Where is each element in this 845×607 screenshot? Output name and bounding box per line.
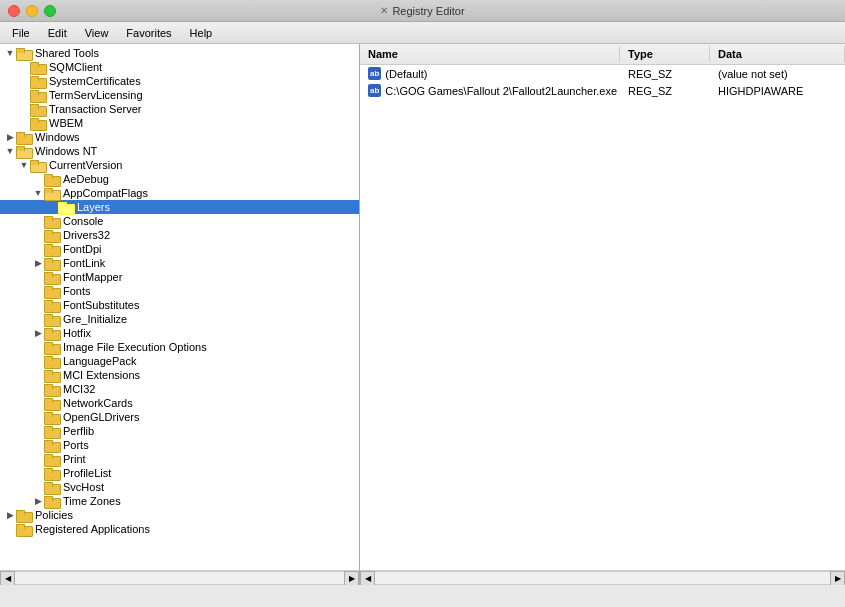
col-header-data: Data: [710, 46, 845, 62]
tree-expand-appcompatflags[interactable]: ▼: [32, 187, 44, 199]
tree-node-registered-apps[interactable]: Registered Applications: [0, 522, 359, 536]
title-x-icon: ✕: [380, 5, 388, 16]
tree-expand-policies[interactable]: ▶: [4, 509, 16, 521]
tree-node-fontmapper[interactable]: FontMapper: [0, 270, 359, 284]
tree-node-transaction[interactable]: Transaction Server: [0, 102, 359, 116]
tree-hscroll[interactable]: ◀ ▶: [0, 570, 359, 585]
tree-node-ports[interactable]: Ports: [0, 438, 359, 452]
tree-node-sqmclient[interactable]: SQMClient: [0, 60, 359, 74]
tree-node-timezones[interactable]: ▶Time Zones: [0, 494, 359, 508]
tree-node-layers[interactable]: Layers: [0, 200, 359, 214]
tree-label-image-file: Image File Execution Options: [63, 341, 207, 353]
tree-node-fontsubstitutes[interactable]: FontSubstitutes: [0, 298, 359, 312]
folder-icon-policies: [16, 509, 32, 521]
data-cell-data-0: (value not set): [710, 67, 845, 81]
tree-node-termserv[interactable]: TermServLicensing: [0, 88, 359, 102]
data-hscroll[interactable]: ◀ ▶: [360, 570, 845, 585]
tree-node-fonts[interactable]: Fonts: [0, 284, 359, 298]
tree-node-currentversion[interactable]: ▼CurrentVersion: [0, 158, 359, 172]
tree-label-profilelist: ProfileList: [63, 467, 111, 479]
menu-view[interactable]: View: [77, 25, 117, 41]
hscroll-track[interactable]: [15, 571, 344, 585]
folder-icon-systemcerts: [30, 75, 46, 87]
tree-expand-timezones[interactable]: ▶: [32, 495, 44, 507]
tree-node-systemcerts[interactable]: SystemCertificates: [0, 74, 359, 88]
data-row-0[interactable]: ab(Default)REG_SZ(value not set): [360, 65, 845, 82]
tree-node-gre-initialize[interactable]: Gre_Initialize: [0, 312, 359, 326]
tree-node-windows-nt[interactable]: ▼Windows NT: [0, 144, 359, 158]
minimize-button[interactable]: [26, 5, 38, 17]
folder-icon-registered-apps: [16, 523, 32, 535]
folder-icon-fonts: [44, 285, 60, 297]
folder-icon-currentversion: [30, 159, 46, 171]
tree-node-opengl[interactable]: OpenGLDrivers: [0, 410, 359, 424]
hscroll-right-arrow[interactable]: ▶: [344, 571, 359, 586]
data-row-1[interactable]: abC:\GOG Games\Fallout 2\Fallout2Launche…: [360, 82, 845, 99]
folder-icon-shared-tools: [16, 47, 32, 59]
data-hscroll-right[interactable]: ▶: [830, 571, 845, 586]
tree-node-windows[interactable]: ▶Windows: [0, 130, 359, 144]
tree-node-perflib[interactable]: Perflib: [0, 424, 359, 438]
tree-label-wbem: WBEM: [49, 117, 83, 129]
folder-icon-gre-initialize: [44, 313, 60, 325]
menu-edit[interactable]: Edit: [40, 25, 75, 41]
tree-node-console[interactable]: Console: [0, 214, 359, 228]
folder-icon-fontdpi: [44, 243, 60, 255]
tree-label-console: Console: [63, 215, 103, 227]
data-scroll[interactable]: ab(Default)REG_SZ(value not set)abC:\GOG…: [360, 65, 845, 570]
tree-label-languagepack: LanguagePack: [63, 355, 136, 367]
tree-node-languagepack[interactable]: LanguagePack: [0, 354, 359, 368]
tree-expand-windows-nt[interactable]: ▼: [4, 145, 16, 157]
data-hscroll-track[interactable]: [375, 571, 830, 585]
folder-icon-fontmapper: [44, 271, 60, 283]
folder-icon-sqmclient: [30, 61, 46, 73]
tree-node-fontdpi[interactable]: FontDpi: [0, 242, 359, 256]
tree-node-mci32[interactable]: MCI32: [0, 382, 359, 396]
folder-icon-aedebug: [44, 173, 60, 185]
folder-icon-print: [44, 453, 60, 465]
data-cell-data-1: HIGHDPIAWARE: [710, 84, 845, 98]
tree-node-drivers32[interactable]: Drivers32: [0, 228, 359, 242]
tree-node-hotfix[interactable]: ▶Hotfix: [0, 326, 359, 340]
close-button[interactable]: [8, 5, 20, 17]
folder-icon-mci32: [44, 383, 60, 395]
folder-icon-timezones: [44, 495, 60, 507]
tree-label-registered-apps: Registered Applications: [35, 523, 150, 535]
data-cell-name-1: abC:\GOG Games\Fallout 2\Fallout2Launche…: [360, 83, 620, 98]
folder-icon-image-file: [44, 341, 60, 353]
tree-label-print: Print: [63, 453, 86, 465]
tree-node-policies[interactable]: ▶Policies: [0, 508, 359, 522]
tree-label-aedebug: AeDebug: [63, 173, 109, 185]
tree-expand-hotfix[interactable]: ▶: [32, 327, 44, 339]
tree-expand-shared-tools[interactable]: ▼: [4, 47, 16, 59]
tree-expand-windows[interactable]: ▶: [4, 131, 16, 143]
tree-node-image-file[interactable]: Image File Execution Options: [0, 340, 359, 354]
menu-favorites[interactable]: Favorites: [118, 25, 179, 41]
tree-node-appcompatflags[interactable]: ▼AppCompatFlags: [0, 186, 359, 200]
menu-help[interactable]: Help: [182, 25, 221, 41]
tree-node-aedebug[interactable]: AeDebug: [0, 172, 359, 186]
data-header: Name Type Data: [360, 44, 845, 65]
tree-expand-fontlink[interactable]: ▶: [32, 257, 44, 269]
tree-label-sqmclient: SQMClient: [49, 61, 102, 73]
tree-node-wbem[interactable]: WBEM: [0, 116, 359, 130]
tree-label-fontsubstitutes: FontSubstitutes: [63, 299, 139, 311]
hscroll-left-arrow[interactable]: ◀: [0, 571, 15, 586]
tree-label-fonts: Fonts: [63, 285, 91, 297]
tree-label-fontlink: FontLink: [63, 257, 105, 269]
tree-node-fontlink[interactable]: ▶FontLink: [0, 256, 359, 270]
menu-file[interactable]: File: [4, 25, 38, 41]
tree-label-hotfix: Hotfix: [63, 327, 91, 339]
maximize-button[interactable]: [44, 5, 56, 17]
tree-node-print[interactable]: Print: [0, 452, 359, 466]
tree-node-profilelist[interactable]: ProfileList: [0, 466, 359, 480]
tree-node-svchost[interactable]: SvcHost: [0, 480, 359, 494]
tree-node-networkcards[interactable]: NetworkCards: [0, 396, 359, 410]
tree-scroll[interactable]: ▼Shared ToolsSQMClientSystemCertificates…: [0, 44, 359, 570]
folder-icon-networkcards: [44, 397, 60, 409]
tree-label-drivers32: Drivers32: [63, 229, 110, 241]
data-hscroll-left[interactable]: ◀: [360, 571, 375, 586]
tree-node-mci-extensions[interactable]: MCI Extensions: [0, 368, 359, 382]
tree-expand-currentversion[interactable]: ▼: [18, 159, 30, 171]
tree-node-shared-tools[interactable]: ▼Shared Tools: [0, 46, 359, 60]
